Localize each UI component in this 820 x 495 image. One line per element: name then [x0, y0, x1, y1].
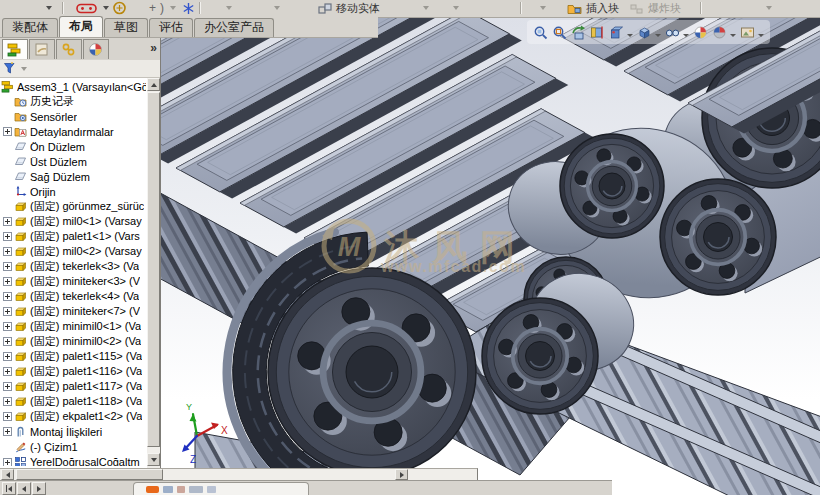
- scroll-down-button[interactable]: [147, 453, 160, 466]
- hide-show-items-icon[interactable]: [664, 24, 681, 41]
- motion-study-tab-partial[interactable]: [133, 482, 309, 495]
- expand-toggle[interactable]: [3, 247, 12, 256]
- tree-item-st-d-zlem[interactable]: Üst Düzlem: [0, 154, 146, 169]
- dropdown-caret[interactable]: [540, 1, 546, 15]
- expand-toggle[interactable]: [3, 127, 12, 136]
- explode-block-button[interactable]: 爆炸块: [629, 1, 681, 15]
- expand-toggle[interactable]: [3, 232, 12, 241]
- scroll-left-button[interactable]: [1, 469, 14, 480]
- tab-propertymanager[interactable]: [29, 39, 55, 59]
- move-entity-button[interactable]: 移动实体: [318, 1, 380, 15]
- edit-appearance-icon[interactable]: [692, 24, 709, 41]
- dropdown-caret[interactable]: [453, 1, 459, 15]
- tree-item-assem3-1-varsay-lan-g[interactable]: Assem3_1 (Varsayılan<Gö: [0, 79, 146, 94]
- tab-evaluate[interactable]: 评估: [149, 18, 193, 37]
- tab-sketch[interactable]: 草图: [104, 18, 148, 37]
- zoom-to-area-icon[interactable]: [551, 24, 568, 41]
- dropdown-caret[interactable]: [683, 34, 689, 37]
- tree-item-montaj-i-li-kileri[interactable]: Montaj İlişkileri: [0, 424, 146, 439]
- expand-toggle[interactable]: [3, 397, 12, 406]
- tree-vertical-scrollbar[interactable]: [147, 78, 160, 468]
- tree-item-palet1-1-vars[interactable]: (固定) palet1<1> (Vars: [0, 229, 146, 244]
- dropdown-caret[interactable]: [730, 34, 736, 37]
- expand-toggle[interactable]: [3, 412, 12, 421]
- expand-toggle[interactable]: [3, 382, 12, 391]
- motion-tab-prev-button[interactable]: [17, 482, 31, 495]
- tree-item-orijin[interactable]: Orijin: [0, 184, 146, 199]
- display-style-icon[interactable]: [636, 24, 653, 41]
- asterisk-tool-icon[interactable]: [182, 1, 195, 15]
- dropdown-caret[interactable]: [103, 1, 109, 15]
- tree-item-miniteker-3-v[interactable]: (固定) miniteker<3> (V: [0, 274, 146, 289]
- panel-overflow-chevron[interactable]: »: [150, 41, 157, 55]
- tree-item-mil0-2-varsay[interactable]: (固定) mil0<2> (Varsay: [0, 244, 146, 259]
- tree-item-sa-d-zlem[interactable]: Sağ Düzlem: [0, 169, 146, 184]
- tree-item-miniteker-7-v[interactable]: (固定) miniteker<7> (V: [0, 304, 146, 319]
- tree-item-row-1[interactable]: 历史记录: [0, 94, 146, 109]
- dropdown-caret[interactable]: [655, 34, 661, 37]
- view-settings-icon[interactable]: [739, 24, 756, 41]
- tree-item-palet1-115-va[interactable]: (固定) palet1<115> (Va: [0, 349, 146, 364]
- apply-scene-icon[interactable]: [711, 24, 728, 41]
- expand-toggle[interactable]: [3, 292, 12, 301]
- tree-item-minimil0-2-va[interactable]: (固定) minimil0<2> (Va: [0, 334, 146, 349]
- circle-tool-icon[interactable]: [112, 1, 127, 15]
- tree-item-yereldo-rusal-o-altm[interactable]: YerelDoğrusalÇoğaltm: [0, 455, 146, 467]
- slot-tool-icon[interactable]: [76, 1, 98, 15]
- expand-toggle[interactable]: [3, 217, 12, 226]
- expand-toggle[interactable]: [3, 367, 12, 376]
- filter-dropdown-caret[interactable]: [21, 67, 27, 71]
- dropdown-caret[interactable]: [274, 1, 280, 15]
- scroll-right-button[interactable]: [395, 469, 408, 480]
- tree-item-palet1-116-va[interactable]: (固定) palet1<116> (Va: [0, 364, 146, 379]
- tree-item-palet1-117-va[interactable]: (固定) palet1<117> (Va: [0, 379, 146, 394]
- dropdown-caret[interactable]: [766, 1, 772, 15]
- motion-tab-icon: [146, 486, 159, 493]
- expand-toggle[interactable]: [3, 262, 12, 271]
- expand-toggle[interactable]: [3, 337, 12, 346]
- tree-item-ekpalet1-2-va[interactable]: (固定) ekpalet1<2> (Va: [0, 409, 146, 424]
- tab-layout[interactable]: 布局: [59, 16, 103, 37]
- scrollbar-thumb[interactable]: [147, 92, 160, 447]
- previous-view-icon[interactable]: [570, 24, 587, 41]
- tree-item-detayland-rmalar[interactable]: Detaylandırmalar: [0, 124, 146, 139]
- tree-item-palet1-118-va[interactable]: (固定) palet1<118> (Va: [0, 394, 146, 409]
- dropdown-caret[interactable]: [423, 1, 429, 15]
- tab-featuremanager-tree[interactable]: [2, 39, 28, 59]
- panel-horizontal-scrollbar[interactable]: [0, 468, 478, 480]
- tree-item-label: (固定) palet1<117> (Va: [30, 379, 142, 394]
- expand-toggle[interactable]: [3, 322, 12, 331]
- tree-item-n-d-zlem[interactable]: Ön Düzlem: [0, 139, 146, 154]
- filter-funnel-icon[interactable]: [3, 62, 17, 75]
- tab-configurationmanager[interactable]: [56, 39, 82, 59]
- expand-toggle[interactable]: [3, 277, 12, 286]
- expand-toggle[interactable]: [3, 458, 12, 467]
- motion-tab-first-button[interactable]: [2, 482, 16, 495]
- motion-tab-next-button[interactable]: [32, 482, 46, 495]
- dropdown-caret[interactable]: [46, 1, 52, 15]
- tree-item-tekerlek-3-va[interactable]: (固定) tekerlek<3> (Va: [0, 259, 146, 274]
- tab-assembly[interactable]: 装配体: [2, 18, 58, 37]
- dropdown-caret[interactable]: [170, 1, 176, 15]
- expand-toggle[interactable]: [3, 427, 12, 436]
- scroll-up-button[interactable]: [147, 78, 160, 91]
- dropdown-caret[interactable]: [226, 1, 232, 15]
- scrollbar-thumb[interactable]: [16, 469, 163, 480]
- insert-block-button[interactable]: 插入块: [567, 1, 619, 15]
- view-orientation-icon[interactable]: [608, 24, 625, 41]
- expand-toggle[interactable]: [3, 352, 12, 361]
- tab-office-products[interactable]: 办公室产品: [194, 18, 274, 37]
- section-view-icon[interactable]: [589, 24, 606, 41]
- tree-item-minimil0-1-va[interactable]: (固定) minimil0<1> (Va: [0, 319, 146, 334]
- tab-displaymanager[interactable]: [83, 39, 109, 59]
- tree-item-sens-rler[interactable]: Sensörler: [0, 109, 146, 124]
- part-icon: [14, 230, 27, 243]
- dropdown-caret[interactable]: [758, 34, 764, 37]
- expand-toggle[interactable]: [3, 307, 12, 316]
- dropdown-caret[interactable]: [627, 34, 633, 37]
- tree-item-izim1[interactable]: (-) Çizim1: [0, 439, 146, 454]
- tree-item-g-r-nmez-s-r-c[interactable]: (固定) görünmez_sürüc: [0, 199, 146, 214]
- zoom-to-fit-icon[interactable]: [532, 24, 549, 41]
- tree-item-mil0-1-varsay[interactable]: (固定) mil0<1> (Varsay: [0, 214, 146, 229]
- tree-item-tekerlek-4-va[interactable]: (固定) tekerlek<4> (Va: [0, 289, 146, 304]
